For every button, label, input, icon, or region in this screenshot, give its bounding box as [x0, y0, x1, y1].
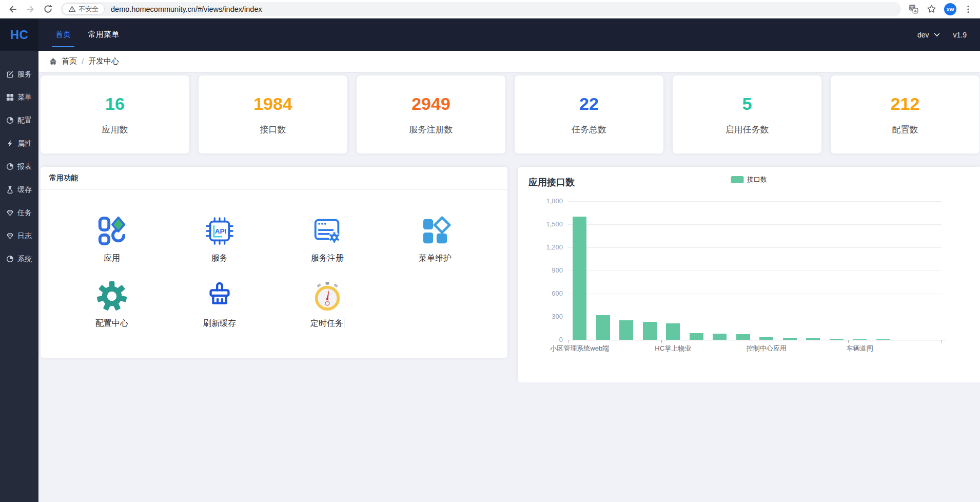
browser-toolbar: 不安全 demo.homecommunity.cn/#/views/index/… — [0, 0, 980, 18]
sidebar-label: 缓存 — [17, 185, 32, 195]
stat-value: 2949 — [411, 94, 450, 114]
y-axis-label: 1,800 — [518, 197, 563, 205]
chart-bar — [596, 315, 610, 340]
sidebar-item-system[interactable]: 系统 — [0, 247, 38, 271]
stat-cards-row: 16 应用数 1984 接口数 2949 服务注册数 22 任务总数 5 启 — [41, 75, 979, 153]
sidebar-item-menu[interactable]: 菜单 — [0, 86, 38, 109]
sidebar-item-cache[interactable]: 缓存 — [0, 178, 38, 201]
stat-value: 16 — [105, 94, 125, 114]
reload-button[interactable] — [40, 2, 55, 17]
chart-title: 应用接口数 — [528, 177, 575, 187]
app-header: HC 首页 常用菜单 dev v1.9 — [0, 18, 980, 51]
y-axis-label: 900 — [518, 266, 563, 274]
chart-bar — [666, 323, 680, 340]
quick-label: 服务注册 — [311, 253, 344, 264]
chart-bar — [853, 339, 867, 340]
service-register-icon — [311, 215, 343, 247]
warning-triangle-icon — [68, 5, 76, 13]
quick-panel-title: 常用功能 — [41, 167, 507, 190]
config-gear-icon — [96, 280, 128, 312]
translate-icon[interactable]: 文A — [908, 4, 919, 14]
y-axis-label: 0 — [518, 336, 563, 343]
gridline — [568, 271, 942, 271]
sidebar-item-attribute[interactable]: 属性 — [0, 132, 38, 155]
quick-item-service-register[interactable]: 服务注册 — [273, 215, 381, 264]
tab-common-menu[interactable]: 常用菜单 — [80, 18, 128, 51]
stat-card-interfaces: 1984 接口数 — [199, 75, 347, 153]
globe-icon — [6, 255, 14, 263]
chart-bar — [830, 339, 844, 340]
back-arrow-icon — [7, 4, 18, 15]
sidebar-label: 菜单 — [17, 93, 32, 102]
bookmark-star-icon[interactable] — [926, 4, 937, 14]
breadcrumb: 首页 / 开发中心 — [38, 51, 980, 72]
tab-home[interactable]: 首页 — [47, 18, 80, 51]
quick-item-config-center[interactable]: 配置中心 — [58, 280, 166, 329]
y-axis-label: 1,500 — [518, 220, 563, 228]
reload-icon — [43, 4, 53, 14]
x-axis-line — [568, 340, 946, 340]
sidebar-item-config[interactable]: 配置 — [0, 109, 38, 132]
sidebar-label: 任务 — [17, 208, 32, 218]
chart-bar — [619, 320, 633, 340]
chart-bar — [643, 322, 657, 340]
sidebar-label: 日志 — [17, 231, 32, 241]
sidebar-item-report[interactable]: 报表 — [0, 155, 38, 178]
stat-value: 212 — [891, 94, 920, 114]
stat-value: 22 — [579, 94, 599, 114]
chart-plot: 03006009001,2001,5001,800小区管理系统web端HC掌上物… — [518, 201, 980, 355]
forward-arrow-icon — [25, 4, 36, 15]
security-chip[interactable]: 不安全 — [62, 3, 105, 15]
timer-icon — [311, 280, 343, 312]
stat-card-service-registrations: 2949 服务注册数 — [357, 75, 505, 153]
sidebar-label: 服务 — [17, 70, 32, 79]
chart-bar — [736, 334, 750, 340]
app-interface-chart-panel: 应用接口数 接口数 03006009001,2001,5001,800小区管理系… — [518, 167, 980, 382]
env-dropdown[interactable]: dev — [917, 31, 940, 39]
quick-item-menu-maintain[interactable]: 菜单维护 — [381, 215, 489, 264]
url-bar[interactable]: 不安全 demo.homecommunity.cn/#/views/index/… — [61, 2, 901, 16]
stat-value: 5 — [742, 94, 752, 114]
grid-icon — [6, 93, 14, 101]
x-axis-label: 控制中心应用 — [747, 344, 787, 353]
sidebar-label: 报表 — [17, 162, 32, 171]
gridline — [568, 201, 942, 202]
y-axis-label: 600 — [518, 289, 563, 297]
kebab-menu-icon[interactable] — [964, 5, 973, 14]
quick-item-service[interactable]: API 服务 — [166, 215, 273, 264]
sidebar: 服务 菜单 配置 属性 报表 缓存 任务 日志 — [0, 51, 38, 502]
chart-bar — [783, 338, 797, 340]
menu-maintain-icon — [419, 215, 451, 247]
refresh-cache-icon — [204, 280, 236, 312]
stat-label: 启用任务数 — [726, 124, 769, 136]
breadcrumb-separator: / — [82, 57, 84, 66]
breadcrumb-home[interactable]: 首页 — [62, 56, 77, 66]
browser-avatar[interactable]: xw — [944, 3, 956, 15]
sidebar-item-service[interactable]: 服务 — [0, 63, 38, 86]
svg-text:API: API — [215, 227, 227, 235]
quick-item-timer-task[interactable]: 定时任务 — [273, 280, 381, 329]
stat-card-total-tasks: 22 任务总数 — [515, 75, 663, 153]
y-axis-label: 300 — [518, 313, 563, 320]
quick-item-refresh-cache[interactable]: 刷新缓存 — [166, 280, 273, 329]
quick-item-app[interactable]: 应用 — [58, 215, 166, 264]
stat-label: 任务总数 — [572, 124, 606, 136]
legend-swatch — [731, 176, 743, 183]
globe-icon — [6, 163, 14, 170]
back-button[interactable] — [5, 2, 21, 17]
chart-legend[interactable]: 接口数 — [731, 175, 767, 184]
chart-bar — [806, 338, 820, 340]
forward-button[interactable] — [23, 2, 38, 17]
version-label: v1.9 — [953, 31, 967, 39]
app-logo[interactable]: HC — [0, 18, 38, 51]
gridline — [568, 224, 942, 225]
quick-grid: 应用 API 服务 — [41, 190, 507, 358]
url-text: demo.homecommunity.cn/#/views/index/inde… — [111, 5, 262, 13]
chart-bar — [690, 333, 703, 340]
x-axis-label: HC掌上物业 — [655, 344, 691, 353]
sidebar-item-task[interactable]: 任务 — [0, 201, 38, 224]
quick-label: 服务 — [211, 253, 228, 264]
sidebar-item-log[interactable]: 日志 — [0, 224, 38, 247]
quick-label: 菜单维护 — [419, 253, 452, 264]
breadcrumb-current: 开发中心 — [88, 56, 119, 66]
